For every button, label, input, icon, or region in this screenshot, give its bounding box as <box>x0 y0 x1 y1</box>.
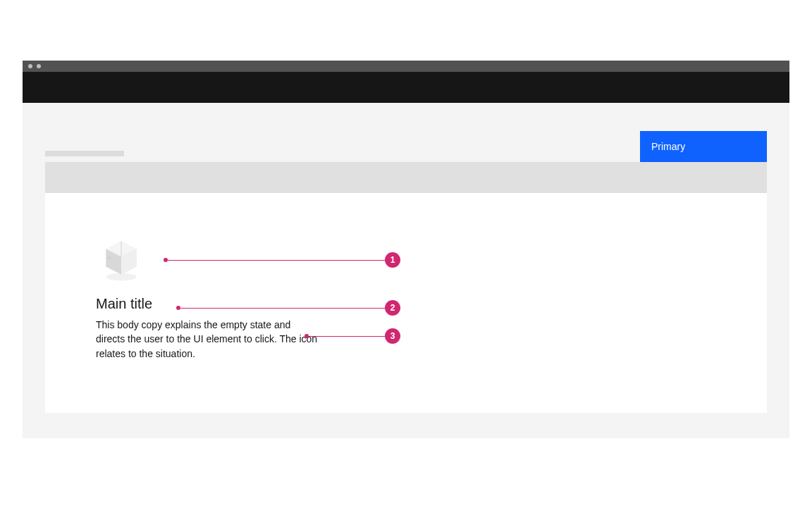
content-panel: Main title This body copy explains the e… <box>45 193 767 413</box>
window-control-dot <box>37 64 41 68</box>
toolbar-strip <box>45 162 767 193</box>
window-titlebar <box>23 61 789 72</box>
browser-frame: Primary <box>23 61 789 438</box>
primary-button[interactable]: Primary <box>640 131 767 162</box>
page-title-placeholder <box>45 151 124 156</box>
empty-state-title: Main title <box>96 296 434 312</box>
box-icon <box>96 232 147 283</box>
window-control-dot <box>28 64 32 68</box>
empty-state: Main title This body copy explains the e… <box>96 232 434 361</box>
app-header <box>23 72 789 103</box>
page-body: Primary <box>23 103 789 413</box>
svg-rect-7 <box>107 256 111 259</box>
empty-state-body: This body copy explains the empty state … <box>96 318 321 361</box>
page-header-row: Primary <box>45 103 767 162</box>
